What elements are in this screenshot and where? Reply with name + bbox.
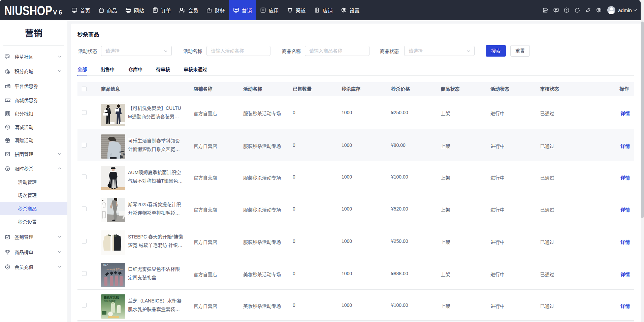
svg-text:58ceng色 空气slim: 58ceng色 空气slim (106, 268, 123, 270)
svg-text:MAC: MAC (103, 264, 108, 266)
svg-text:整夜水光肌: 整夜水光肌 (103, 295, 119, 299)
